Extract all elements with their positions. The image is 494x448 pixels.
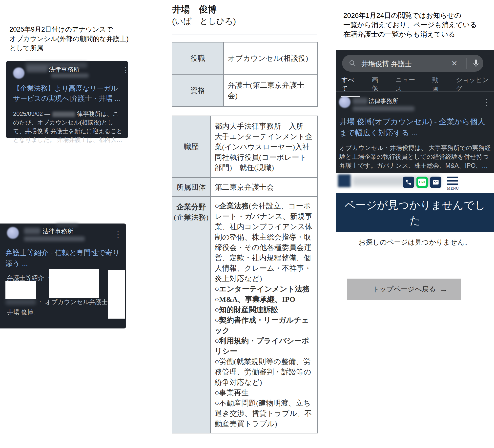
redacted-site-name-blur <box>26 66 48 72</box>
redacted-inline-blur <box>52 112 75 117</box>
search-bar[interactable]: 井場俊博 弁護士 ✕ <box>342 55 483 72</box>
annotation-line: オブカウンシル(外部の顧問的な弁護士) <box>9 34 129 43</box>
more-options-icon[interactable]: ⋮ <box>114 230 122 238</box>
site-favicon-avatar <box>7 227 19 239</box>
profile-table-career: 職歴 都内大手法律事務所 入所大手エンターテインメント企業(インハウスローヤー)… <box>172 116 318 433</box>
search-input[interactable]: 井場俊博 弁護士 <box>361 59 412 69</box>
specialty-item: ○契約書作成・リーガルチェック <box>215 315 314 336</box>
table-row: 所属団体 第二東京弁護士会 <box>172 178 317 197</box>
tab-shopping[interactable]: ショッピング <box>456 76 494 97</box>
page-not-found-title: ページが見つかりませんでした <box>343 193 487 228</box>
org-value: 第二東京弁護士会 <box>210 178 317 197</box>
result-title-link[interactable]: 弁護士等紹介 - 信頼と専門性で寄り添う ... <box>5 247 121 269</box>
search-icon <box>349 59 356 67</box>
result-title-link[interactable]: 井場 俊博(オブカウンセル) - 企業から個人まで幅広く対応する ... <box>339 116 492 138</box>
specialty-item: ○不動産問題(建物明渡、立ち退き交渉、賃貸トラブル、不動産売買トラブル) <box>215 398 314 429</box>
row-label: 資格 <box>172 74 224 106</box>
search-divider <box>466 58 467 69</box>
result-snippet-line: ・ オブカウンセル弁護士 <box>37 298 108 306</box>
lawfirm-site-screenshot: LINE MENU ページが見つかりませんでした お探しのページは見つかりません… <box>336 173 494 448</box>
field-label-line: (企業法務) <box>172 212 210 223</box>
site-favicon-avatar <box>339 96 350 108</box>
profile-table-basic: 役職 オブカウンセル(相談役) 資格 弁護士(第二東京弁護士会) <box>172 42 318 107</box>
row-value: 弁護士(第二東京弁護士会) <box>224 74 317 106</box>
specialty-item: ○知的財産関連訴訟 <box>215 305 314 315</box>
clear-search-icon[interactable]: ✕ <box>451 59 457 68</box>
career-line: 同社執行役員(コーポレート部門) 就任(現職) <box>215 152 314 173</box>
redacted-site-name-blur <box>24 228 40 234</box>
tab-videos[interactable]: 動画 <box>432 76 445 97</box>
row-label: 企業分野 (企業法務) <box>172 197 210 433</box>
row-value: オブカウンセル(相談役) <box>224 42 317 74</box>
specialty-item: ○企業法務(会社設立、コーポレート・ガバナンス、新規事業、社内コンプライアンス体… <box>215 201 314 284</box>
search-tabs: すべて 画像 ニュース 動画 ショッピング <box>341 76 494 97</box>
specialty-item: ○事業再生 <box>215 387 314 398</box>
redacted-url-blur <box>51 73 89 78</box>
site-name: 法律事務所 <box>42 227 73 235</box>
search-result-card-intro: 法律事務所 ⋮ 弁護士等紹介 - 信頼と専門性で寄り添う ... 弁護士等紹介 … <box>0 224 126 328</box>
page-not-found-banner: ページが見つかりませんでした <box>336 193 494 232</box>
specialties-value: ○企業法務(会社設立、コーポレート・ガバナンス、新規事業、社内コンプライアンス体… <box>210 197 317 433</box>
redacted-url-blur <box>353 106 414 111</box>
annotation-line: として所属 <box>9 43 129 53</box>
more-options-icon[interactable]: ⋮ <box>122 66 130 74</box>
mail-button[interactable] <box>430 177 441 188</box>
result-snippet-line: 井場 俊博. <box>7 308 35 317</box>
back-to-top-button[interactable]: トップページへ戻る → <box>347 279 461 300</box>
more-options-icon[interactable]: ⋮ <box>483 98 491 106</box>
line-icon-label: LINE <box>419 181 425 184</box>
profile-name: 井場 俊博 <box>172 3 217 16</box>
table-row: 役職 オブカウンセル(相談役) <box>172 42 317 74</box>
row-label: 所属団体 <box>172 178 210 197</box>
composite-screenshot: 2025年9月2日付けのアナウンスで オブカウンシル(外部の顧問的な弁護士) と… <box>0 0 494 448</box>
tabs-divider <box>336 91 494 92</box>
result-date: 2025/09/02 — <box>13 110 50 117</box>
result-title-link[interactable]: 【企業法務】より高度なリーガルサービスの実現へ|弁護士・井場 ... <box>13 83 125 103</box>
redaction-whitebox <box>49 269 99 298</box>
site-favicon-avatar <box>13 67 24 79</box>
site-name: 法律事務所 <box>369 97 398 105</box>
phone-button[interactable] <box>403 177 414 188</box>
tab-all[interactable]: すべて <box>341 76 360 97</box>
line-icon: LINE <box>418 179 426 186</box>
specialty-item: ○労働(就業規則等の整備、労務管理、労働審判・訴訟等の紛争対応など) <box>215 356 314 387</box>
redacted-logo-mark <box>338 174 351 187</box>
result-snippet: オブカウンセル・井場俊博は、 大手事務所での実務経験と上場企業の執行役員としての… <box>339 143 493 170</box>
row-label: 職歴 <box>172 116 210 178</box>
profile-name-reading: (いば としひろ) <box>172 16 236 27</box>
divider <box>172 35 317 35</box>
mail-icon <box>432 179 439 186</box>
annotation-line: 2026年1月24日の閲覧ではお知らせの <box>343 11 477 20</box>
menu-button[interactable]: MENU <box>447 177 459 191</box>
redacted-url-blur <box>24 236 85 241</box>
tab-news[interactable]: ニュース <box>395 76 421 97</box>
annotation-line: 2025年9月2日付けのアナウンスで <box>9 25 129 34</box>
annotation-line: 一覧から消えており、ページも消えている <box>343 20 477 30</box>
site-name: 法律事務所 <box>49 65 80 74</box>
google-search-screenshot: 井場俊博 弁護士 ✕ すべて 画像 ニュース 動画 ショッピング 法律事務所 ⋮… <box>336 50 494 173</box>
back-button-label: トップページへ戻る <box>372 285 436 294</box>
career-line: 都内大手法律事務所 入所 <box>215 121 314 131</box>
not-found-message: お探しのページは見つかりません。 <box>336 238 494 247</box>
specialty-item: ○エンターテインメント法務 <box>215 284 314 294</box>
table-row: 資格 弁護士(第二東京弁護士会) <box>172 74 317 106</box>
redacted-blur <box>56 224 78 226</box>
redaction-whitebox <box>5 281 36 299</box>
annotation-right: 2026年1月24日の閲覧ではお知らせの 一覧から消えており、ページも消えている… <box>343 11 477 39</box>
redacted-blur <box>6 299 36 305</box>
table-row: 企業分野 (企業法務) ○企業法務(会社設立、コーポレート・ガバナンス、新規事業… <box>172 197 317 433</box>
line-button[interactable]: LINE <box>416 177 428 188</box>
hamburger-icon <box>447 177 458 178</box>
annotation-left: 2025年9月2日付けのアナウンスで オブカウンシル(外部の顧問的な弁護士) と… <box>9 25 129 53</box>
career-line: 大手エンターテインメント企業(インハウスローヤー)入社 <box>215 131 314 152</box>
annotation-line: 在籍弁護士の一覧からも消えている <box>343 30 477 39</box>
redacted-site-name-blur <box>353 98 368 104</box>
arrow-right-icon: → <box>440 285 448 294</box>
table-row: 職歴 都内大手法律事務所 入所大手エンターテインメント企業(インハウスローヤー)… <box>172 116 317 178</box>
microphone-icon[interactable] <box>472 59 480 68</box>
specialty-item: ○M&A、事業承継、IPO <box>215 294 314 305</box>
phone-icon <box>405 179 412 185</box>
field-label-line: 企業分野 <box>172 202 210 212</box>
tab-images[interactable]: 画像 <box>372 76 384 97</box>
search-result-card-announcement: 法律事務所 ⋮ 【企業法務】より高度なリーガルサービスの実現へ|弁護士・井場 .… <box>6 61 128 138</box>
